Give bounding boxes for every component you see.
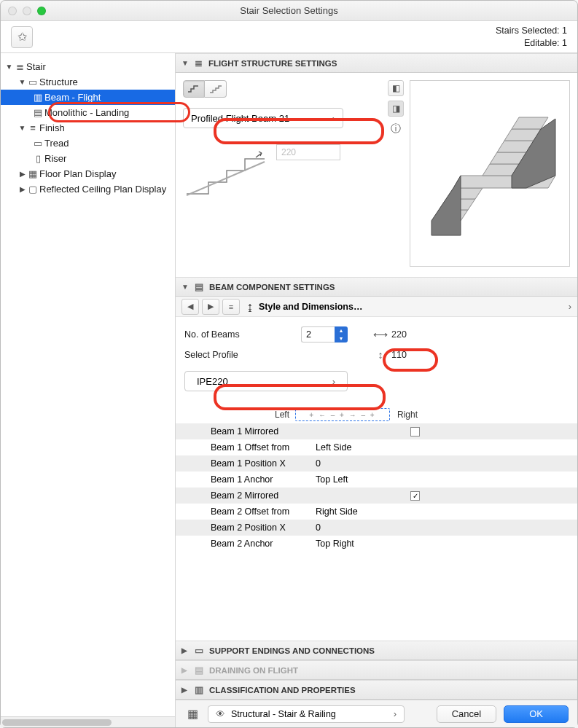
finish-icon: ≡ (26, 122, 39, 133)
property-label: Beam 2 Anchor (184, 539, 316, 549)
view-2d-button[interactable]: ◧ (388, 80, 404, 96)
panel-beam-component[interactable]: ▼ ▤ BEAM COMPONENT SETTINGS (176, 277, 577, 297)
no-of-beams-input[interactable] (301, 326, 335, 343)
table-row[interactable]: Beam 2 Position X0 (176, 520, 577, 536)
thickness-input[interactable] (276, 144, 340, 160)
structure-step-option[interactable] (205, 80, 227, 98)
disclosure-arrow-icon[interactable]: ▼ (18, 78, 26, 86)
step-segment-icon (208, 84, 223, 94)
beam-icon: ▥ (31, 92, 44, 103)
support-icon: ▭ (195, 645, 203, 656)
select-profile-label: Select Profile (184, 350, 294, 360)
nav-list-button[interactable]: ≡ (222, 299, 240, 315)
beam-segment-icon (187, 84, 200, 94)
stair-star-icon: ✩ (17, 30, 27, 44)
chevron-right-icon: › (569, 301, 571, 312)
window-title: Stair Selection Settings (1, 5, 577, 16)
info-icon[interactable]: ⓘ (388, 121, 404, 137)
property-value[interactable]: 0 (316, 522, 410, 533)
bottom-bar: ▦ 👁 Structural - Stair & Railing › Cance… (176, 700, 577, 727)
tree-stair[interactable]: Stair (26, 61, 46, 72)
favorites-button[interactable]: ✩ (11, 26, 33, 48)
beam-width: 220 (391, 329, 407, 340)
chevron-right-icon: › (332, 113, 335, 124)
property-extra (410, 427, 569, 437)
sidebar-scrollbar[interactable] (1, 716, 175, 727)
profile-ipe-select[interactable]: IPE220 › (184, 371, 348, 391)
tree-riser[interactable]: ▯Riser (1, 151, 175, 166)
titlebar: Stair Selection Settings (1, 1, 577, 21)
disclosure-arrow-icon: ▼ (181, 283, 189, 291)
nav-page-label: Style and Dimensions… (259, 302, 362, 312)
preview-3d (410, 80, 570, 267)
left-right-header: Left + ← – + → – + Right (176, 406, 577, 423)
riser-icon: ▯ (31, 153, 44, 164)
disclosure-arrow-icon[interactable]: ▶ (18, 185, 26, 193)
disclosure-arrow-icon[interactable]: ▼ (18, 124, 26, 132)
panel-classification[interactable]: ▶ ▥ CLASSIFICATION AND PROPERTIES (176, 680, 577, 700)
table-row[interactable]: Beam 1 Mirrored (176, 423, 577, 439)
tree-monolithic-landing[interactable]: ▤Monolithic - Landing (1, 105, 175, 120)
no-of-beams-label: No. of Beams (184, 329, 294, 340)
tread-icon: ▭ (31, 138, 44, 149)
property-label: Beam 2 Mirrored (184, 490, 316, 501)
nav-prev-button[interactable]: ◀ (181, 299, 199, 315)
panel-support-endings[interactable]: ▶ ▭ SUPPORT ENDINGS AND CONNECTIONS (176, 641, 577, 660)
checkbox[interactable] (410, 427, 420, 437)
property-label: Beam 1 Offset from (184, 442, 316, 453)
table-row[interactable]: Beam 2 Mirrored✓ (176, 488, 577, 504)
drain-icon: ▤ (195, 665, 203, 676)
property-label: Beam 1 Anchor (184, 474, 316, 485)
ok-button[interactable]: OK (504, 705, 569, 723)
beam-properties-grid[interactable]: Beam 1 MirroredBeam 1 Offset fromLeft Si… (176, 423, 577, 552)
selected-count: Stairs Selected: 1 (496, 25, 567, 36)
property-value[interactable]: Left Side (316, 442, 410, 453)
sidebar: ▼≣Stair ▼▭Structure ▥Beam - Flight ▤Mono… (1, 53, 176, 727)
height-icon: ↕ (374, 348, 387, 361)
panel-flight-structure[interactable]: ▼ ≣ FLIGHT STRUCTURE SETTINGS (176, 53, 577, 73)
disclosure-arrow-icon[interactable]: ▼ (5, 63, 13, 71)
no-of-beams-stepper[interactable]: ▲▼ (301, 326, 348, 343)
tree-beam-flight[interactable]: ▥Beam - Flight (1, 90, 175, 105)
property-label: Beam 1 Position X (184, 458, 316, 469)
tree-finish[interactable]: Finish (39, 122, 65, 133)
panel-draining: ▶ ▤ DRAINING ON FLIGHT (176, 660, 577, 680)
table-row[interactable]: Beam 1 AnchorTop Left (176, 471, 577, 488)
tree-structure[interactable]: Structure (39, 77, 78, 87)
svg-marker-8 (512, 117, 548, 129)
table-row[interactable]: Beam 2 AnchorTop Right (176, 536, 577, 552)
view-3d-button[interactable]: ◨ (388, 101, 404, 117)
tree-rcp[interactable]: Reflected Ceiling Plan Display (39, 184, 166, 195)
eye-icon: 👁 (216, 709, 225, 719)
structure-type-segment[interactable] (183, 80, 383, 98)
property-value[interactable]: Top Right (316, 539, 410, 549)
disclosure-arrow-icon: ▶ (181, 686, 189, 694)
beam-height: 110 (391, 350, 407, 360)
layer-select[interactable]: 👁 Structural - Stair & Railing › (208, 705, 405, 723)
tree-tread[interactable]: ▭Tread (1, 136, 175, 151)
structure-beam-option[interactable] (183, 80, 205, 98)
landing-icon: ▤ (31, 107, 44, 118)
nav-tree[interactable]: ▼≣Stair ▼▭Structure ▥Beam - Flight ▤Mono… (1, 59, 175, 716)
property-value[interactable]: 0 (316, 458, 410, 469)
table-row[interactable]: Beam 1 Offset fromLeft Side (176, 439, 577, 455)
property-label: Beam 2 Position X (184, 522, 316, 533)
checkbox[interactable]: ✓ (410, 491, 420, 501)
svg-marker-9 (431, 176, 461, 235)
disclosure-arrow-icon: ▶ (181, 646, 189, 654)
property-label: Beam 2 Offset from (184, 506, 316, 517)
property-value[interactable]: Top Left (316, 474, 410, 485)
profile-select[interactable]: Profiled Flight Beam 21 › (183, 108, 343, 128)
nav-next-button[interactable]: ▶ (202, 299, 219, 315)
property-value[interactable]: Right Side (316, 506, 410, 517)
table-row[interactable]: Beam 1 Position X0 (176, 455, 577, 471)
tree-floor-plan[interactable]: Floor Plan Display (39, 168, 117, 179)
chevron-right-icon: › (394, 708, 397, 719)
floor-plan-icon: ▦ (26, 168, 39, 179)
stair-icon: ≣ (13, 61, 26, 72)
table-row[interactable]: Beam 2 Offset fromRight Side (176, 504, 577, 520)
cancel-button[interactable]: Cancel (437, 705, 496, 723)
structure-icon: ▭ (26, 77, 39, 87)
disclosure-arrow-icon[interactable]: ▶ (18, 170, 26, 178)
toolbar: ✩ Stairs Selected: 1 Editable: 1 (1, 21, 577, 53)
